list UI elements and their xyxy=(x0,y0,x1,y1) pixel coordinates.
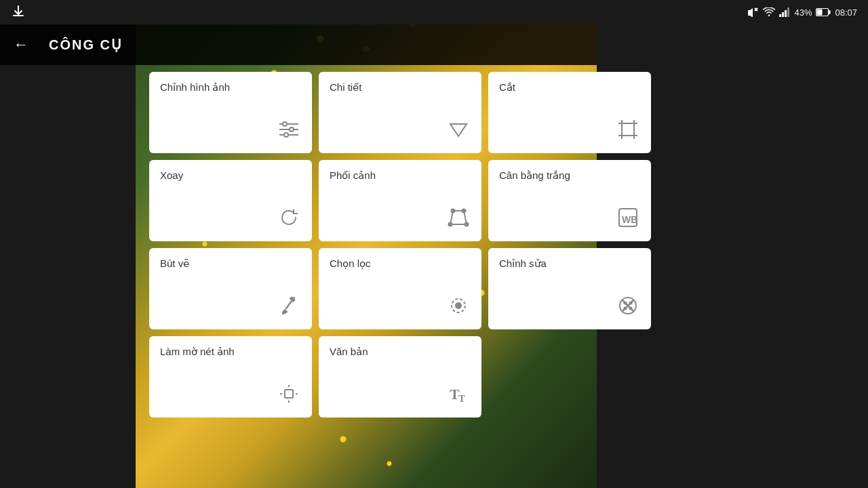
wifi-icon xyxy=(763,7,775,17)
svg-point-35 xyxy=(456,303,461,308)
svg-rect-3 xyxy=(782,12,784,17)
svg-point-14 xyxy=(284,133,288,137)
blur-icon xyxy=(277,382,301,409)
healing-icon xyxy=(616,293,640,321)
svg-text:WB: WB xyxy=(622,214,637,225)
svg-point-42 xyxy=(624,307,627,310)
tool-label: Làm mờ nét ảnh xyxy=(160,346,301,358)
svg-marker-15 xyxy=(450,124,467,136)
tool-lam-mo-net-anh[interactable]: Làm mờ nét ảnh xyxy=(149,336,312,418)
svg-point-28 xyxy=(465,223,469,226)
tool-chinh-hinh-anh[interactable]: Chỉnh hình ảnh xyxy=(149,72,312,153)
triangle-down-icon xyxy=(446,117,471,145)
tool-chon-loc[interactable]: Chọn lọc xyxy=(319,248,481,329)
tool-label: Bút vẽ xyxy=(160,258,301,270)
selective-icon xyxy=(446,293,471,321)
tool-van-ban[interactable]: Văn bản T T xyxy=(319,336,481,418)
brush-icon xyxy=(277,293,301,321)
tool-cat[interactable]: Cắt xyxy=(488,72,651,153)
svg-rect-5 xyxy=(787,7,789,17)
page-title: CÔNG CỤ xyxy=(49,37,123,53)
rotate-icon xyxy=(277,205,301,233)
svg-rect-2 xyxy=(779,14,781,17)
svg-point-26 xyxy=(452,209,455,213)
back-button[interactable]: ← xyxy=(14,36,28,54)
svg-rect-8 xyxy=(817,9,823,16)
tool-grid: Chỉnh hình ảnh Chi tiết Cắt xyxy=(136,65,665,424)
svg-point-39 xyxy=(624,302,627,305)
tool-label: Cắt xyxy=(499,81,640,94)
svg-point-41 xyxy=(629,302,633,305)
tool-label: Chỉnh sửa xyxy=(499,258,640,270)
wb-icon: WB xyxy=(616,205,640,233)
tool-label: Chọn lọc xyxy=(330,258,471,270)
svg-rect-16 xyxy=(622,123,634,136)
battery-icon xyxy=(816,8,831,16)
battery-percent: 43% xyxy=(794,7,812,18)
tool-chinh-sua[interactable]: Chỉnh sửa xyxy=(488,248,651,329)
header: ← CÔNG CỤ xyxy=(0,24,597,65)
tool-phoi-canh[interactable]: Phối cảnh xyxy=(319,160,481,241)
svg-point-40 xyxy=(629,307,633,310)
tool-label: Cân bằng trắng xyxy=(499,169,640,182)
perspective-icon xyxy=(446,205,471,233)
tool-can-bang-trang[interactable]: Cân bằng trắng WB xyxy=(488,160,651,241)
crop-icon xyxy=(616,117,640,145)
svg-rect-7 xyxy=(829,10,831,14)
time: 08:07 xyxy=(835,7,857,18)
tool-label: Phối cảnh xyxy=(330,169,471,182)
tool-label: Xoay xyxy=(160,169,301,181)
tool-xoay[interactable]: Xoay xyxy=(149,160,312,241)
signal-icon xyxy=(779,7,790,17)
tool-but-ve[interactable]: Bút vẽ xyxy=(149,248,312,329)
svg-text:T: T xyxy=(458,393,465,404)
tool-label: Văn bản xyxy=(330,346,471,358)
sliders-icon xyxy=(277,117,301,145)
status-icons: 43% 08:07 xyxy=(747,7,857,18)
svg-point-13 xyxy=(290,127,294,131)
tool-label: Chi tiết xyxy=(330,81,471,94)
tool-label: Chỉnh hình ảnh xyxy=(160,81,301,94)
svg-point-29 xyxy=(449,223,452,226)
svg-rect-4 xyxy=(785,10,787,17)
status-bar: 43% 08:07 xyxy=(0,0,868,24)
mute-icon xyxy=(747,7,759,17)
download-icon xyxy=(11,4,26,22)
text-icon: T T xyxy=(446,382,471,409)
svg-point-27 xyxy=(462,209,466,213)
left-panel xyxy=(0,24,136,488)
svg-point-12 xyxy=(283,122,287,126)
svg-rect-43 xyxy=(285,390,293,398)
tool-chi-tiet[interactable]: Chi tiết xyxy=(319,72,481,153)
